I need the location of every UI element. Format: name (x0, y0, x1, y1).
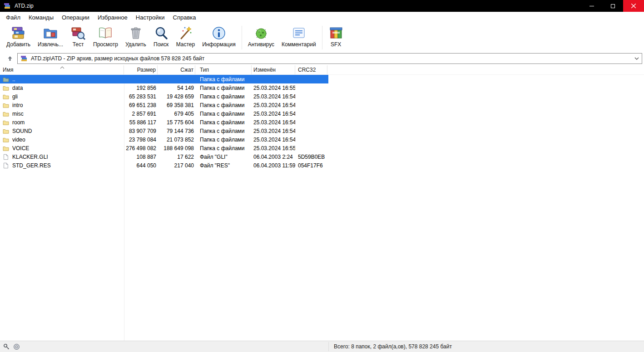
cell-modified: 25.03.2024 16:54 (252, 109, 295, 118)
delete-button-label: Удалить (125, 41, 146, 48)
column-headers: Имя Размер Сжат Тип Изменён CRC32 (0, 65, 644, 75)
table-row[interactable]: intro69 651 23869 358 381Папка с файлами… (0, 101, 328, 109)
cell-crc (295, 109, 327, 118)
wizard-button[interactable]: Мастер (173, 24, 199, 48)
cell-type: Файл "RES" (195, 161, 252, 170)
file-name: data (12, 85, 23, 91)
cell-size: 2 857 691 (124, 109, 158, 118)
column-header-type[interactable]: Тип (195, 65, 252, 74)
add-archive-icon (11, 25, 26, 41)
sfx-button[interactable]: SFX (325, 24, 347, 48)
comment-button[interactable]: Комментарий (278, 24, 320, 48)
cell-size: 644 050 (124, 161, 158, 170)
menu-operations[interactable]: Операции (58, 13, 94, 22)
folder-icon (3, 137, 10, 142)
file-icon (3, 154, 10, 160)
column-header-crc32[interactable]: CRC32 (295, 65, 327, 74)
status-total: Всего: 8 папок, 2 файл(а,ов), 578 828 24… (334, 343, 452, 350)
column-header-modified[interactable]: Изменён (252, 65, 295, 74)
table-row[interactable]: ..Папка с файлами (0, 75, 328, 83)
extract-button[interactable]: Извлечь... (34, 24, 67, 48)
toolbar-separator (242, 26, 242, 49)
file-name: STD_GER.RES (12, 162, 51, 169)
search-button[interactable]: Поиск (150, 24, 173, 48)
cell-type: Папка с файлами (195, 92, 252, 101)
table-row[interactable]: gli65 283 53119 428 659Папка с файлами25… (0, 92, 328, 101)
cell-crc: 054F17F6 (295, 161, 327, 170)
search-icon (154, 25, 169, 41)
table-row[interactable]: KLACKER.GLI108 88717 622Файл "GLI"06.04.… (0, 152, 328, 161)
cell-name: STD_GER.RES (0, 161, 124, 170)
disk-icon[interactable] (13, 343, 20, 350)
info-button-label: Информация (202, 41, 235, 48)
cell-type: Папка с файлами (195, 101, 252, 109)
menu-commands[interactable]: Команды (25, 13, 58, 22)
maximize-button[interactable] (602, 0, 623, 12)
file-name: gli (12, 93, 18, 100)
table-row[interactable]: SOUND83 907 70979 144 736Папка с файлами… (0, 127, 328, 135)
up-arrow-icon (7, 55, 13, 62)
cell-crc (295, 83, 327, 92)
cell-packed: 17 622 (158, 152, 195, 161)
cell-modified: 25.03.2024 16:54 (252, 135, 295, 144)
menu-settings[interactable]: Настройки (132, 13, 169, 22)
minimize-button[interactable] (581, 0, 602, 12)
up-button[interactable] (3, 53, 17, 64)
chevron-down-icon[interactable] (632, 57, 639, 60)
delete-button[interactable]: Удалить (122, 24, 150, 48)
cell-name: intro (0, 101, 124, 109)
column-header-size[interactable]: Размер (124, 65, 158, 74)
cell-name: misc (0, 109, 124, 118)
cell-size: 108 887 (124, 152, 158, 161)
wizard-button-label: Мастер (176, 41, 195, 48)
cell-size (124, 75, 158, 83)
file-list: ..Папка с файламиdata192 85654 149Папка … (0, 75, 644, 170)
add-button[interactable]: Добавить (3, 24, 34, 48)
close-button[interactable] (623, 0, 644, 12)
menu-file[interactable]: Файл (2, 13, 25, 22)
comment-button-label: Комментарий (282, 41, 316, 48)
file-icon (3, 162, 10, 169)
cell-packed: 679 405 (158, 109, 195, 118)
folder-icon (3, 146, 10, 151)
maximize-icon (611, 4, 615, 8)
table-row[interactable]: data192 85654 149Папка с файлами25.03.20… (0, 83, 328, 92)
cell-crc (295, 135, 327, 144)
sort-ascending-icon (59, 65, 65, 69)
cell-modified: 25.03.2024 16:54 (252, 101, 295, 109)
address-combobox[interactable]: ATD.zip\ATD - ZIP архив, размер исходных… (17, 53, 642, 64)
cell-modified: 25.03.2024 16:55 (252, 83, 295, 92)
cell-type: Папка с файлами (195, 75, 252, 83)
test-button[interactable]: Тест (67, 24, 89, 48)
column-header-packed[interactable]: Сжат (158, 65, 195, 74)
wizard-icon (178, 25, 193, 41)
cell-packed: 15 775 604 (158, 118, 195, 127)
cell-size: 276 498 082 (124, 144, 158, 152)
table-row[interactable]: STD_GER.RES644 050217 040Файл "RES"06.04… (0, 161, 328, 170)
key-icon[interactable] (3, 343, 10, 350)
cell-name: SOUND (0, 127, 124, 135)
table-row[interactable]: misc2 857 691679 405Папка с файлами25.03… (0, 109, 328, 118)
info-button[interactable]: Информация (198, 24, 239, 48)
table-row[interactable]: video23 798 08421 073 852Папка с файлами… (0, 135, 328, 144)
view-button[interactable]: Просмотр (89, 24, 122, 48)
toolbar-separator (322, 26, 322, 49)
antivirus-button[interactable]: Антивирус (244, 24, 278, 48)
cell-size: 23 798 084 (124, 135, 158, 144)
cell-modified: 25.03.2024 16:54 (252, 92, 295, 101)
file-name: KLACKER.GLI (12, 154, 48, 160)
table-row[interactable]: room55 886 11715 775 604Папка с файлами2… (0, 118, 328, 127)
comment-icon (291, 25, 307, 41)
window-title: ATD.zip (15, 3, 34, 9)
address-text: ATD.zip\ATD - ZIP архив, размер исходных… (31, 55, 204, 62)
menubar: Файл Команды Операции Избранное Настройк… (0, 12, 644, 23)
table-row[interactable]: VOICE276 498 082188 649 098Папка с файла… (0, 144, 328, 152)
cell-name: room (0, 118, 124, 127)
addressbar: ATD.zip\ATD - ZIP архив, размер исходных… (0, 53, 644, 65)
search-button-label: Поиск (154, 41, 168, 48)
folder-icon (3, 128, 10, 134)
cell-size: 192 856 (124, 83, 158, 92)
menu-help[interactable]: Справка (169, 13, 200, 22)
menu-favorites[interactable]: Избранное (94, 13, 132, 22)
file-name: .. (12, 76, 15, 83)
